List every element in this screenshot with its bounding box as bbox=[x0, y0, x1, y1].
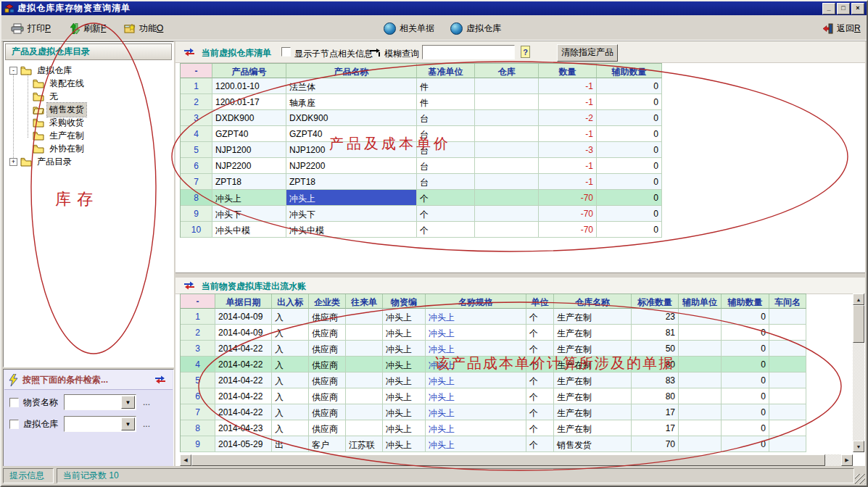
table-cell[interactable]: 冲头上 bbox=[426, 325, 526, 341]
table-cell[interactable]: NJP2200 bbox=[212, 158, 286, 174]
table-cell[interactable]: 6 bbox=[181, 158, 212, 174]
column-header[interactable]: 辅助单位 bbox=[679, 294, 722, 309]
virtual-warehouse-checkbox[interactable] bbox=[9, 420, 19, 429]
table-cell[interactable]: NJP2200 bbox=[286, 158, 417, 174]
table-cell[interactable]: 1200.01-17 bbox=[212, 94, 286, 110]
column-header[interactable]: 仓库名称 bbox=[554, 294, 632, 309]
table-cell[interactable]: 件 bbox=[417, 78, 475, 94]
table-cell[interactable] bbox=[679, 388, 722, 404]
table-cell[interactable]: 6 bbox=[181, 388, 215, 404]
table-cell[interactable]: 2014-04-22 bbox=[215, 404, 272, 420]
show-children-checkbox[interactable] bbox=[281, 47, 291, 57]
table-cell[interactable] bbox=[475, 142, 539, 158]
table-cell[interactable]: 3 bbox=[181, 110, 212, 126]
column-header[interactable]: 标准数量 bbox=[632, 294, 679, 309]
tree-node-product-catalog[interactable]: + 产品目录 bbox=[9, 155, 74, 168]
table-cell[interactable]: 冲头中模 bbox=[286, 222, 417, 238]
table-cell[interactable] bbox=[346, 309, 383, 325]
table-cell[interactable]: 个 bbox=[526, 372, 554, 388]
tree-node-purchase-receipt[interactable]: 采购收货 bbox=[33, 116, 86, 129]
table-cell[interactable]: -70 bbox=[539, 190, 597, 206]
clear-product-button[interactable]: 清除指定产品 bbox=[557, 44, 618, 62]
table-cell[interactable]: -2 bbox=[539, 110, 597, 126]
table-cell[interactable] bbox=[475, 222, 539, 238]
column-header[interactable]: 辅助数量 bbox=[597, 64, 662, 78]
table-cell[interactable]: ZPT18 bbox=[286, 174, 417, 190]
table-cell[interactable] bbox=[769, 420, 806, 436]
table-cell[interactable] bbox=[769, 372, 806, 388]
tree-node-outsourced[interactable]: 外协在制 bbox=[33, 142, 86, 155]
table-cell[interactable]: 供应商 bbox=[309, 357, 346, 372]
table-cell[interactable]: 个 bbox=[526, 325, 554, 341]
table-cell[interactable]: 2014-04-09 bbox=[215, 309, 272, 325]
table-cell[interactable]: 0 bbox=[722, 357, 769, 372]
swap-arrows-icon[interactable] bbox=[183, 48, 196, 57]
table-cell[interactable]: 台 bbox=[417, 126, 475, 142]
table-cell[interactable] bbox=[679, 404, 722, 420]
close-button[interactable]: × bbox=[851, 3, 864, 14]
table-cell[interactable]: 个 bbox=[526, 404, 554, 420]
table-cell[interactable]: 2014-04-23 bbox=[215, 420, 272, 436]
tree-node-assembly-online[interactable]: 装配在线 bbox=[33, 77, 86, 90]
table-cell[interactable]: 3 bbox=[181, 341, 215, 357]
table-cell[interactable]: 2 bbox=[181, 94, 212, 110]
table-cell[interactable]: -3 bbox=[539, 142, 597, 158]
table-cell[interactable] bbox=[475, 190, 539, 206]
table-cell[interactable]: 江苏联 bbox=[346, 436, 383, 452]
table-cell[interactable] bbox=[769, 388, 806, 404]
function-button[interactable]: 功能O bbox=[122, 20, 165, 36]
table-cell[interactable]: 81 bbox=[632, 325, 679, 341]
material-name-combo[interactable]: ▼ bbox=[64, 394, 136, 410]
column-header[interactable]: 辅助数量 bbox=[722, 294, 769, 309]
table-cell[interactable] bbox=[346, 388, 383, 404]
table-cell[interactable]: 冲头上 bbox=[426, 372, 526, 388]
back-button[interactable]: 返回R bbox=[821, 20, 863, 36]
table-cell[interactable]: 入 bbox=[272, 309, 309, 325]
table-cell[interactable]: 8 bbox=[181, 420, 215, 436]
table-cell[interactable]: 冲头中模 bbox=[212, 222, 286, 238]
table-cell[interactable]: 入 bbox=[272, 372, 309, 388]
warehouse-more-button[interactable]: ... bbox=[143, 419, 150, 429]
table-cell[interactable]: 0 bbox=[597, 222, 662, 238]
table-cell[interactable]: DXDK900 bbox=[212, 110, 286, 126]
table-cell[interactable]: 1200.01-10 bbox=[212, 78, 286, 94]
table-cell[interactable]: 入 bbox=[272, 388, 309, 404]
table-cell[interactable]: 生产在制 bbox=[554, 325, 632, 341]
table-cell[interactable]: 入 bbox=[272, 341, 309, 357]
show-children-label[interactable]: 显示子节点相关信息 bbox=[294, 48, 373, 60]
table-cell[interactable]: 0 bbox=[722, 372, 769, 388]
related-docs-button[interactable]: 相关单据 bbox=[381, 20, 437, 36]
table-cell[interactable]: 个 bbox=[526, 309, 554, 325]
table-cell[interactable]: 0 bbox=[597, 110, 662, 126]
collapse-icon[interactable]: - bbox=[9, 67, 17, 75]
table-cell[interactable]: 供应商 bbox=[309, 325, 346, 341]
table-cell[interactable]: 冲头上 bbox=[426, 341, 526, 357]
table-cell[interactable]: 冲头上 bbox=[426, 309, 526, 325]
table-cell[interactable]: 0 bbox=[597, 158, 662, 174]
table-cell[interactable]: 0 bbox=[722, 420, 769, 436]
column-header[interactable]: 名称规格 bbox=[426, 294, 526, 309]
column-header[interactable]: 仓库 bbox=[475, 64, 539, 78]
table-cell[interactable]: 生产在制 bbox=[554, 341, 632, 357]
table-cell[interactable]: 冲头上 bbox=[426, 420, 526, 436]
scroll-down-button[interactable]: ▼ bbox=[853, 441, 864, 452]
table-cell[interactable]: 4 bbox=[181, 126, 212, 142]
table-cell[interactable]: 冲头上 bbox=[426, 388, 526, 404]
table-cell[interactable] bbox=[475, 126, 539, 142]
table-cell[interactable]: 台 bbox=[417, 142, 475, 158]
table-cell[interactable]: 销售发货 bbox=[554, 436, 632, 452]
table-cell[interactable]: 0 bbox=[597, 94, 662, 110]
table-cell[interactable]: 个 bbox=[526, 357, 554, 372]
tree-node-virtual-warehouse[interactable]: - 虚拟仓库 bbox=[9, 64, 74, 77]
table-cell[interactable]: GZPT40 bbox=[286, 126, 417, 142]
table-cell[interactable] bbox=[679, 436, 722, 452]
table-cell[interactable]: 0 bbox=[597, 190, 662, 206]
table-cell[interactable]: 件 bbox=[417, 94, 475, 110]
column-header[interactable]: 企业类 bbox=[309, 294, 346, 309]
scroll-right-button[interactable]: ▶ bbox=[841, 454, 853, 466]
table-cell[interactable]: 17 bbox=[632, 404, 679, 420]
table-cell[interactable]: 入 bbox=[272, 325, 309, 341]
table-cell[interactable]: 个 bbox=[417, 190, 475, 206]
table-cell[interactable]: 出 bbox=[272, 436, 309, 452]
table-cell[interactable]: -1 bbox=[539, 126, 597, 142]
